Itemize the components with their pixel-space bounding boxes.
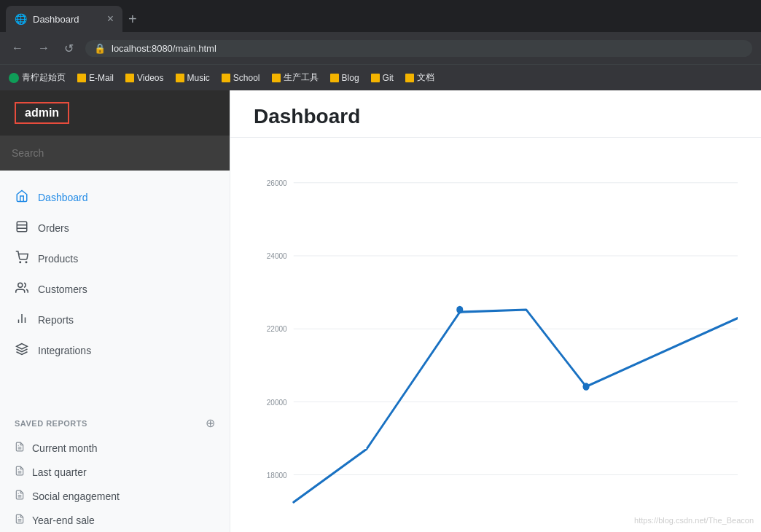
nav-label-reports: Reports [38, 314, 74, 326]
bookmark-item-3[interactable]: Music [176, 73, 210, 83]
nav-icon-products [15, 251, 29, 267]
svg-rect-0 [17, 222, 27, 232]
nav-label-customers: Customers [38, 283, 87, 295]
saved-reports-list: Current monthLast quarterSocial engageme… [0, 436, 230, 532]
nav-label-products: Products [38, 253, 78, 265]
sidebar-item-integrations[interactable]: Integrations [0, 335, 230, 366]
url-text: localhost:8080/main.html [112, 43, 216, 54]
add-report-button[interactable]: ⊕ [206, 416, 215, 430]
bookmark-icon-2 [125, 74, 134, 82]
nav-icon-customers [15, 281, 29, 297]
y-label-24000: 24000 [267, 251, 287, 260]
y-label-26000: 26000 [267, 178, 287, 187]
sidebar-item-orders[interactable]: Orders [0, 213, 230, 243]
bookmark-item-4[interactable]: School [222, 73, 260, 83]
bookmark-icon-1 [77, 74, 86, 82]
bookmark-item-0[interactable]: 青柠起始页 [9, 71, 66, 84]
tab-favicon: 🌐 [15, 13, 27, 25]
y-label-20000: 20000 [267, 397, 287, 407]
sidebar-item-dashboard[interactable]: Dashboard [0, 182, 230, 213]
bookmark-label-2: Videos [137, 73, 163, 83]
admin-label: admin [15, 102, 69, 124]
svg-point-5 [18, 283, 23, 287]
new-tab-button[interactable]: + [128, 11, 137, 28]
report-label-3: Year-end sale [32, 515, 95, 526]
chart-polyline [294, 310, 738, 502]
report-icon-1 [15, 466, 25, 478]
svg-point-4 [26, 262, 27, 263]
nav-icon-orders [15, 220, 29, 236]
reload-button[interactable]: ↺ [61, 39, 77, 58]
active-tab[interactable]: 🌐 Dashboard × [6, 6, 122, 32]
browser-chrome: 🌐 Dashboard × + ← → ↺ 🔒 localhost:8080/m… [0, 0, 761, 90]
sidebar: admin DashboardOrdersProductsCustomersRe… [0, 90, 230, 532]
svg-marker-9 [17, 344, 28, 350]
bookmark-label-1: E-Mail [89, 73, 114, 83]
sidebar-item-customers[interactable]: Customers [0, 274, 230, 305]
bookmarks-bar: 青柠起始页E-MailVideosMusicSchool生产工具BlogGit文… [0, 64, 761, 90]
sidebar-item-reports[interactable]: Reports [0, 305, 230, 335]
report-icon-3 [15, 514, 25, 526]
bookmark-icon-5 [272, 74, 281, 82]
main-header: Dashboard [230, 90, 761, 138]
search-input[interactable] [12, 147, 218, 159]
bookmark-icon-6 [330, 74, 339, 82]
bookmark-item-7[interactable]: Git [371, 73, 394, 83]
tab-title: Dashboard [33, 14, 79, 25]
y-label-22000: 22000 [267, 324, 287, 334]
bookmark-item-5[interactable]: 生产工具 [272, 71, 319, 84]
saved-report-item-3[interactable]: Year-end sale [0, 508, 230, 532]
bookmark-label-8: 文档 [417, 71, 434, 84]
lock-icon: 🔒 [94, 43, 106, 54]
sidebar-nav: DashboardOrdersProductsCustomersReportsI… [0, 171, 230, 404]
report-label-0: Current month [32, 442, 97, 454]
forward-button[interactable]: → [35, 39, 52, 58]
dashboard-chart: 26000 24000 22000 20000 18000 [254, 152, 738, 517]
bookmark-label-4: School [233, 73, 260, 83]
nav-icon-reports [15, 312, 29, 328]
saved-report-item-2[interactable]: Social engagement [0, 484, 230, 508]
sidebar-search-area [0, 136, 230, 171]
chart-area: 26000 24000 22000 20000 18000 https://bl… [230, 138, 761, 532]
report-icon-2 [15, 490, 25, 502]
chart-container: 26000 24000 22000 20000 18000 [254, 152, 738, 517]
address-bar: ← → ↺ 🔒 localhost:8080/main.html [0, 32, 761, 64]
sidebar-item-products[interactable]: Products [0, 243, 230, 274]
y-label-18000: 18000 [267, 470, 287, 480]
saved-reports-label: SAVED REPORTS ⊕ [15, 416, 215, 430]
watermark: https://blog.csdn.net/The_Beacon [634, 516, 754, 525]
app-container: admin DashboardOrdersProductsCustomersRe… [0, 90, 761, 532]
bookmark-label-3: Music [187, 73, 210, 83]
bookmark-label-7: Git [383, 73, 394, 83]
chart-dot-dip [582, 383, 589, 390]
bookmark-icon-0 [9, 73, 19, 83]
svg-point-3 [20, 262, 21, 263]
bookmark-icon-7 [371, 74, 380, 82]
saved-report-item-1[interactable]: Last quarter [0, 460, 230, 484]
bookmark-label-5: 生产工具 [284, 71, 319, 84]
main-content: Dashboard 26000 24000 22000 20000 18000 [230, 90, 761, 532]
bookmark-item-1[interactable]: E-Mail [77, 73, 114, 83]
url-bar[interactable]: 🔒 localhost:8080/main.html [85, 40, 752, 57]
nav-label-orders: Orders [38, 222, 69, 234]
nav-icon-dashboard [15, 189, 29, 206]
tab-close-button[interactable]: × [107, 12, 114, 26]
report-icon-0 [15, 442, 25, 454]
bookmark-icon-3 [176, 74, 184, 82]
bookmark-label-0: 青柠起始页 [22, 71, 66, 84]
tab-bar: 🌐 Dashboard × + [0, 0, 761, 32]
bookmark-item-2[interactable]: Videos [125, 73, 163, 83]
nav-label-integrations: Integrations [38, 345, 91, 356]
report-label-2: Social engagement [32, 490, 120, 502]
saved-reports-section: SAVED REPORTS ⊕ [0, 404, 230, 436]
bookmark-item-8[interactable]: 文档 [405, 71, 434, 84]
back-button[interactable]: ← [9, 39, 26, 58]
bookmark-item-6[interactable]: Blog [330, 73, 359, 83]
bookmark-label-6: Blog [342, 73, 359, 83]
chart-dot-peak [456, 306, 463, 313]
sidebar-header: admin [0, 90, 230, 136]
nav-icon-integrations [15, 343, 29, 359]
saved-report-item-0[interactable]: Current month [0, 436, 230, 460]
page-title: Dashboard [254, 105, 738, 128]
nav-label-dashboard: Dashboard [38, 192, 88, 203]
